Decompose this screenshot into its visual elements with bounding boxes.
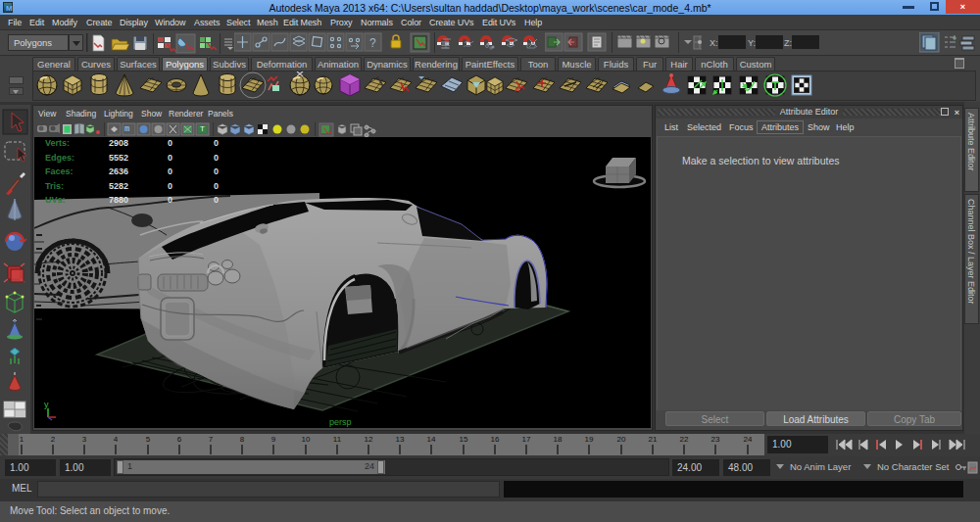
svg-text:23: 23 xyxy=(711,435,720,444)
svg-text:0: 0 xyxy=(214,138,219,148)
svg-text:Edges:: Edges: xyxy=(45,153,74,163)
svg-text:Faces:: Faces: xyxy=(45,166,74,176)
svg-text:6: 6 xyxy=(177,435,182,444)
svg-text:0: 0 xyxy=(168,195,172,205)
svg-text:8: 8 xyxy=(240,435,245,444)
svg-text:5282: 5282 xyxy=(109,181,128,191)
svg-text:3: 3 xyxy=(82,435,87,444)
svg-text:0: 0 xyxy=(168,181,172,191)
svg-text:7880: 7880 xyxy=(109,195,128,205)
svg-text:0: 0 xyxy=(214,166,219,176)
svg-text:A: A xyxy=(514,85,520,94)
svg-text:21: 21 xyxy=(649,435,658,444)
svg-text:10: 10 xyxy=(302,435,311,444)
svg-text:persp: persp xyxy=(329,417,352,427)
svg-text:4: 4 xyxy=(114,435,119,444)
svg-text:15: 15 xyxy=(460,435,468,444)
svg-text:m: m xyxy=(124,124,129,134)
svg-text:7: 7 xyxy=(209,435,214,444)
svg-text:0: 0 xyxy=(214,195,219,205)
svg-text:0: 0 xyxy=(168,153,172,163)
svg-text:17: 17 xyxy=(522,435,531,444)
svg-text:5: 5 xyxy=(146,435,151,444)
svg-text:0: 0 xyxy=(214,153,219,163)
svg-text:y: y xyxy=(44,400,49,409)
svg-text:0: 0 xyxy=(168,166,172,176)
svg-text:19: 19 xyxy=(585,435,594,444)
svg-text:5552: 5552 xyxy=(109,153,128,163)
svg-text:0: 0 xyxy=(214,181,219,191)
svg-text:?: ? xyxy=(369,36,376,50)
svg-text:2: 2 xyxy=(51,435,56,444)
svg-text:Tris:: Tris: xyxy=(45,181,64,191)
svg-text:22: 22 xyxy=(680,435,689,444)
svg-text:14: 14 xyxy=(427,435,436,444)
svg-text:18: 18 xyxy=(554,435,563,444)
svg-text:12: 12 xyxy=(365,435,373,444)
svg-text:2908: 2908 xyxy=(109,138,128,148)
svg-text:UVs:: UVs: xyxy=(45,195,66,205)
svg-text:24: 24 xyxy=(744,435,753,444)
svg-text:9: 9 xyxy=(271,435,276,444)
svg-text:1: 1 xyxy=(20,435,24,444)
svg-text:2636: 2636 xyxy=(109,166,128,176)
svg-text:16: 16 xyxy=(491,435,500,444)
svg-text:13: 13 xyxy=(396,435,405,444)
svg-text:11: 11 xyxy=(333,435,342,444)
svg-text:0: 0 xyxy=(168,138,172,148)
svg-text:Verts:: Verts: xyxy=(45,138,70,148)
svg-text:T: T xyxy=(200,124,205,133)
svg-text:20: 20 xyxy=(617,435,626,444)
